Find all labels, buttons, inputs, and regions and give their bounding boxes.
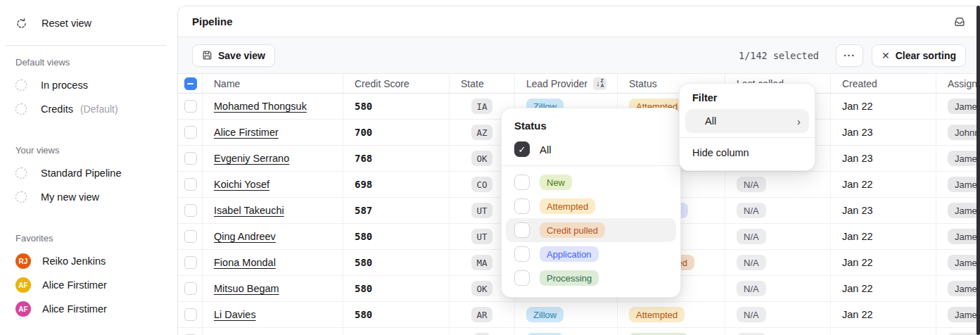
- more-options-button[interactable]: ···: [836, 44, 863, 67]
- row-checkbox[interactable]: [184, 230, 197, 243]
- section-label-favorites: Favorites: [15, 233, 177, 244]
- status-filter-option[interactable]: New: [506, 170, 676, 194]
- row-checkbox[interactable]: [184, 256, 197, 269]
- inbox-tray-icon[interactable]: [953, 15, 966, 28]
- column-header-credit-score[interactable]: Credit Score: [343, 74, 450, 93]
- assigned-badge: Jame: [948, 203, 980, 218]
- state-badge: OK: [471, 151, 492, 166]
- checkbox-unchecked[interactable]: [514, 246, 530, 262]
- lead-provider-badge: Zillow: [526, 307, 564, 322]
- status-option-badge: New: [540, 175, 572, 190]
- reset-view-label: Reset view: [42, 18, 91, 29]
- checkbox-unchecked[interactable]: [514, 222, 530, 238]
- reset-view-icon: [15, 18, 27, 30]
- sidebar-item-favorite-3[interactable]: AF Alice Firstimer: [15, 297, 177, 321]
- created-value: Jan 22: [842, 101, 873, 112]
- checkbox-unchecked[interactable]: [514, 270, 530, 286]
- checkbox-unchecked[interactable]: [514, 198, 530, 214]
- sidebar-item-favorite-1[interactable]: RJ Reiko Jenkins: [15, 249, 177, 273]
- status-option-list: New Attempted Credit pulled Application …: [502, 165, 680, 290]
- column-header-created[interactable]: Created: [831, 74, 936, 93]
- row-checkbox[interactable]: [184, 126, 197, 139]
- status-filter-option[interactable]: Attempted: [506, 194, 676, 218]
- last-called-badge: N/A: [737, 177, 766, 192]
- sidebar-item-my-new-view[interactable]: My new view: [15, 185, 177, 209]
- table-toolbar: Save view 1/142 selected ··· ✕ Clear sor…: [178, 37, 980, 74]
- row-checkbox[interactable]: [184, 282, 197, 295]
- created-value: Jan 23: [842, 153, 873, 164]
- ellipsis-icon: ···: [844, 50, 855, 61]
- sidebar-item-in-process[interactable]: In process: [15, 73, 177, 97]
- status-filter-popup: Status ✓ All New Attempted Credit pulled…: [501, 108, 681, 298]
- column-header-lead-provider[interactable]: Lead Provider ↓ZA: [515, 74, 618, 93]
- status-filter-option[interactable]: Processing: [506, 266, 676, 290]
- row-checkbox[interactable]: [184, 152, 197, 165]
- status-filter-option[interactable]: Application: [506, 242, 676, 266]
- vertical-scrollbar[interactable]: [976, 6, 980, 335]
- column-header-name[interactable]: Name: [203, 74, 343, 93]
- reset-view-button[interactable]: Reset view: [15, 11, 177, 35]
- sidebar-item-favorite-2[interactable]: AF Alice Firstimer: [15, 273, 177, 297]
- filter-all-menu-item[interactable]: All ›: [685, 109, 809, 133]
- status-option-all[interactable]: ✓ All: [502, 139, 680, 165]
- credit-score-value: 768: [355, 153, 372, 164]
- sidebar: Reset view Default views In process Cred…: [0, 0, 177, 335]
- filter-popup-title: Filter: [685, 91, 809, 109]
- row-checkbox[interactable]: [184, 204, 197, 217]
- column-header-assigned[interactable]: Assigned: [936, 74, 980, 93]
- chevron-right-icon: ›: [797, 115, 809, 127]
- status-option-badge: Processing: [540, 270, 599, 286]
- checkbox-unchecked[interactable]: [514, 175, 530, 190]
- avatar: AF: [15, 277, 31, 293]
- section-label-default-views: Default views: [15, 57, 177, 68]
- sidebar-item-standard-pipeline[interactable]: Standard Pipeline: [15, 161, 177, 185]
- credit-score-value: 580: [355, 309, 372, 320]
- view-circle-icon: [15, 80, 27, 91]
- sort-descending-icon[interactable]: ↓ZA: [593, 77, 606, 90]
- lead-name-link[interactable]: Mitsuo Begam: [214, 283, 279, 294]
- column-header-state[interactable]: State: [450, 74, 515, 93]
- select-all-checkbox[interactable]: [184, 77, 197, 90]
- state-badge: UT: [471, 229, 492, 244]
- status-popup-title: Status: [502, 118, 680, 139]
- last-called-badge: N/A: [737, 307, 766, 322]
- lead-name-link[interactable]: Qing Andreev: [214, 231, 276, 242]
- lead-name-link[interactable]: Isabel Takeuchi: [214, 205, 284, 216]
- status-option-badge: Application: [540, 246, 599, 262]
- created-value: Jan 22: [842, 283, 873, 294]
- status-filter-option[interactable]: Credit pulled: [506, 218, 676, 242]
- credit-score-value: 700: [355, 127, 372, 138]
- avatar: AF: [15, 301, 31, 317]
- lead-name-link[interactable]: Fiona Mondal: [214, 257, 276, 268]
- created-value: Jan 22: [842, 309, 873, 320]
- assigned-badge: Jame: [948, 255, 980, 270]
- state-badge: MA: [471, 255, 492, 270]
- lead-name-link[interactable]: Evgeniy Serrano: [214, 153, 289, 164]
- status-option-badge: Credit pulled: [540, 222, 605, 238]
- credit-score-value: 698: [355, 179, 372, 190]
- menu-divider: [680, 137, 815, 138]
- credit-score-value: 580: [355, 257, 372, 268]
- row-checkbox[interactable]: [184, 308, 197, 321]
- view-circle-icon: [15, 191, 27, 203]
- checkbox-checked[interactable]: ✓: [514, 141, 530, 157]
- lead-name-link[interactable]: Mohamed Thongsuk: [214, 101, 307, 112]
- lead-name-link[interactable]: Koichi Yosef: [214, 179, 269, 190]
- header-checkbox-cell: [178, 74, 203, 93]
- hide-column-menu-item[interactable]: Hide column: [685, 141, 809, 165]
- state-badge: AZ: [471, 125, 492, 140]
- state-badge: IA: [471, 99, 492, 114]
- save-view-button[interactable]: Save view: [192, 44, 275, 67]
- sidebar-item-credits[interactable]: Credits(Default): [15, 97, 177, 121]
- state-badge: AR: [471, 307, 492, 322]
- credit-score-value: 587: [355, 205, 372, 216]
- row-checkbox[interactable]: [184, 100, 197, 113]
- status-badge: Attempted: [629, 307, 685, 322]
- view-circle-icon: [15, 103, 27, 115]
- lead-name-link[interactable]: Li Davies: [214, 309, 256, 320]
- credit-score-value: 580: [355, 231, 372, 242]
- row-checkbox[interactable]: [184, 178, 197, 191]
- clear-sorting-button[interactable]: ✕ Clear sorting: [872, 44, 966, 67]
- sidebar-divider: [6, 45, 166, 46]
- lead-name-link[interactable]: Alice Firstimer: [214, 127, 279, 138]
